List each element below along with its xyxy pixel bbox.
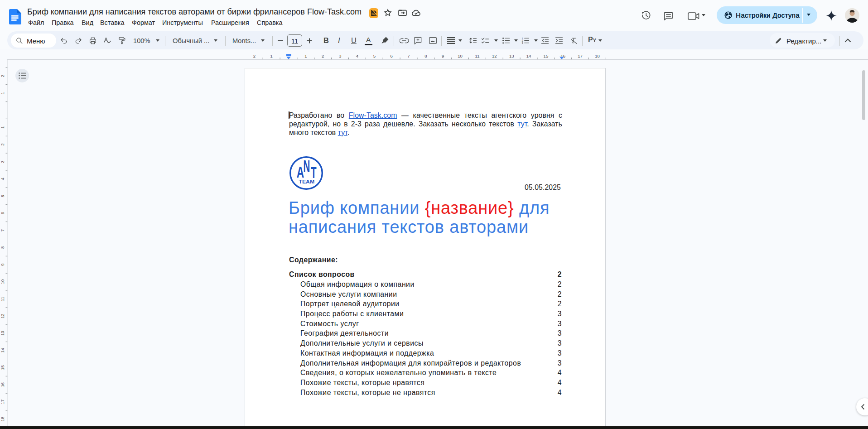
svg-text:13: 13: [509, 53, 514, 58]
svg-text:2: 2: [322, 53, 324, 58]
svg-text:11: 11: [475, 53, 480, 58]
svg-text:14: 14: [0, 348, 5, 353]
svg-text:7: 7: [0, 229, 5, 231]
svg-text:15: 15: [544, 53, 549, 58]
svg-text:9: 9: [442, 53, 444, 58]
svg-text:12: 12: [0, 314, 5, 319]
svg-text:7: 7: [407, 53, 410, 58]
svg-text:17: 17: [578, 53, 583, 58]
svg-text:14: 14: [526, 53, 531, 58]
svg-text:15: 15: [0, 365, 5, 370]
svg-text:4: 4: [0, 178, 5, 180]
svg-text:4: 4: [356, 53, 358, 58]
svg-text:16: 16: [0, 382, 5, 387]
svg-text:8: 8: [424, 53, 427, 58]
svg-text:17: 17: [0, 400, 5, 405]
svg-text:9: 9: [0, 264, 5, 266]
svg-text:2: 2: [253, 53, 256, 58]
svg-text:1: 1: [270, 53, 272, 58]
svg-text:1: 1: [304, 53, 307, 58]
svg-text:2: 2: [0, 75, 5, 77]
svg-text:12: 12: [492, 53, 497, 58]
svg-text:3: 3: [522, 42, 523, 44]
svg-text:5: 5: [0, 195, 5, 197]
svg-text:10: 10: [0, 280, 5, 284]
svg-text:2: 2: [0, 144, 5, 146]
svg-text:6: 6: [391, 53, 393, 58]
svg-text:10: 10: [458, 53, 463, 58]
svg-text:3: 3: [339, 53, 341, 58]
svg-text:8: 8: [0, 246, 5, 249]
svg-text:N: N: [303, 157, 310, 176]
svg-text:13: 13: [0, 331, 5, 336]
svg-text:18: 18: [0, 417, 5, 422]
svg-text:18: 18: [595, 53, 600, 58]
svg-text:6: 6: [0, 212, 5, 214]
svg-text:TEAM: TEAM: [299, 178, 314, 184]
svg-text:1: 1: [0, 126, 5, 129]
svg-text:1: 1: [0, 92, 5, 94]
svg-text:5: 5: [373, 53, 376, 58]
svg-text:11: 11: [0, 297, 5, 301]
svg-text:3: 3: [0, 160, 5, 163]
